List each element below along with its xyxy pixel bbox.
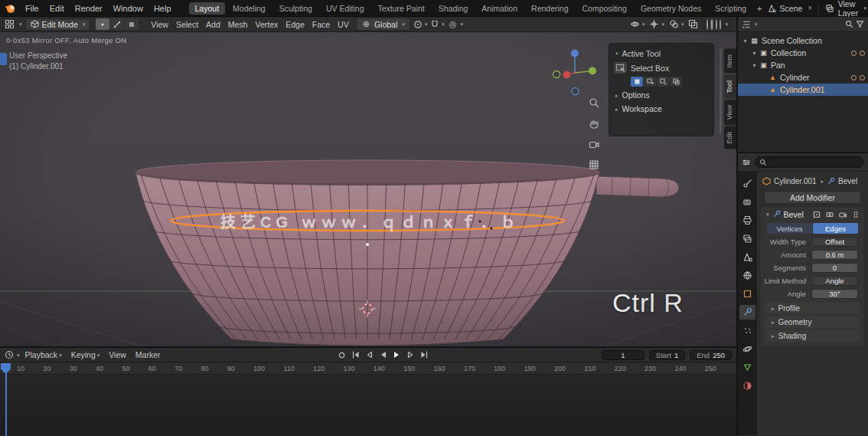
modifier-subpanel[interactable]: ▸ Shading [765, 329, 860, 342]
affect-toggle[interactable]: Edges [813, 223, 858, 234]
auto-key-button[interactable] [335, 349, 348, 360]
shading-rendered-button[interactable] [720, 20, 721, 29]
current-frame-field[interactable]: 1 [602, 350, 644, 360]
workspace-tab[interactable]: Layout [189, 2, 226, 15]
marker-menu[interactable]: Marker [132, 350, 165, 359]
viewport-menu-item[interactable]: Face [308, 20, 334, 29]
outliner-editor-icon[interactable] [742, 20, 751, 29]
modifier-name[interactable]: Bevel [784, 210, 804, 219]
face-select-button[interactable] [125, 18, 139, 30]
viewport-menu-item[interactable]: UV [334, 20, 353, 29]
shading-solid-button[interactable] [710, 19, 713, 30]
tool-panel-section[interactable]: ▸ Workspace [614, 102, 709, 116]
select-extend-button[interactable] [644, 77, 656, 87]
data-tab-icon[interactable] [739, 360, 755, 375]
search-icon[interactable] [845, 20, 853, 28]
properties-search-input[interactable] [755, 156, 863, 168]
end-frame-field[interactable]: End250 [690, 350, 732, 360]
pan-mesh-object[interactable] [135, 160, 599, 346]
chevron-down-icon[interactable]: ▾ [863, 5, 866, 11]
field-value[interactable]: 30° [811, 289, 858, 299]
chevron-down-icon[interactable]: ▾ [766, 211, 769, 217]
shading-material-button[interactable] [716, 20, 717, 29]
particles-tab-icon[interactable] [739, 323, 755, 338]
affect-toggle[interactable]: Vertices [767, 223, 812, 234]
object-tab-icon[interactable] [739, 287, 755, 301]
sidebar-scrollbar[interactable] [720, 48, 722, 133]
pan-handle[interactable] [596, 176, 679, 197]
timeline-track-area[interactable] [0, 375, 736, 435]
modifier-subpanel[interactable]: ▸ Profile [765, 302, 860, 314]
outliner-row[interactable]: ▾ ▣ Collection [738, 47, 868, 59]
jump-start-button[interactable] [349, 349, 361, 360]
orientation-dropdown[interactable]: ⊕ Global ▾ [356, 18, 410, 31]
render-tab-icon[interactable] [739, 195, 755, 209]
modifier-panel-header[interactable]: ▾ Bevel [761, 207, 864, 221]
select-subtract-button[interactable] [657, 77, 669, 87]
modifiers-tab-icon[interactable] [739, 305, 755, 320]
realtime-display-toggle[interactable] [824, 209, 834, 219]
prev-keyframe-button[interactable] [363, 349, 375, 360]
workspace-tab[interactable]: Animation [475, 2, 524, 15]
zoom-button[interactable] [586, 95, 602, 110]
viewport-menu-item[interactable]: Select [172, 20, 202, 29]
gizmos-dropdown[interactable]: ▾ [649, 19, 664, 29]
play-button[interactable] [390, 349, 403, 360]
outliner-row[interactable]: ▲ Cylinder.001 [738, 84, 868, 96]
editor-type-icon[interactable] [5, 19, 15, 29]
edge-select-button[interactable] [110, 18, 124, 30]
workspace-tab[interactable]: Modeling [227, 2, 272, 15]
chevron-down-icon[interactable]: ▾ [755, 21, 758, 27]
visibility-icons[interactable] [851, 51, 865, 56]
filter-icon[interactable] [856, 20, 864, 28]
viewport-menu-item[interactable]: Add [202, 20, 224, 29]
pan-hand-button[interactable] [586, 116, 602, 131]
view-menu[interactable]: View [105, 350, 130, 359]
view-layer-name[interactable]: View Layer [838, 0, 859, 18]
menubar-item[interactable]: Edit [44, 4, 70, 13]
chevron-down-icon[interactable]: ▾ [17, 352, 20, 358]
sidebar-tab[interactable]: View [724, 100, 736, 125]
expand-icon[interactable]: ▾ [750, 50, 759, 57]
toolbar-expand-tab[interactable] [0, 53, 7, 65]
workspace-tab[interactable]: Sculpting [273, 2, 318, 15]
scene-tab-icon[interactable] [739, 250, 755, 264]
workspace-tab[interactable]: Geometry Nodes [635, 2, 707, 15]
xray-toggle[interactable] [688, 19, 698, 29]
snap-magnet-button[interactable]: ▾ [430, 20, 445, 29]
chevron-down-icon[interactable]: ▾ [725, 21, 728, 27]
keying-menu[interactable]: Keying▾ [67, 350, 104, 359]
expand-icon[interactable]: ▾ [750, 62, 759, 69]
field-value[interactable]: Offset [811, 237, 858, 247]
camera-view-button[interactable] [586, 136, 602, 152]
start-frame-field[interactable]: Start1 [649, 350, 685, 360]
overlays-dropdown[interactable]: ▾ [669, 19, 684, 29]
sidebar-tab[interactable]: Tool [724, 75, 736, 99]
outliner-row[interactable]: ▾ ▦ Scene Collection [738, 34, 868, 47]
outliner-row[interactable]: ▲ Cylinder [738, 71, 868, 84]
shading-wireframe-button[interactable] [706, 20, 708, 29]
outliner-row[interactable]: ▾ ▣ Pan [738, 59, 868, 71]
workspace-tab[interactable]: Scripting [709, 2, 752, 15]
vertex-select-button[interactable] [96, 18, 109, 30]
material-tab-icon[interactable] [739, 379, 755, 393]
workspace-tab[interactable]: Rendering [525, 2, 574, 15]
properties-editor-icon[interactable] [742, 158, 751, 167]
menubar-item[interactable]: Help [148, 4, 177, 13]
edit-mode-display-toggle[interactable] [811, 209, 821, 219]
add-workspace-button[interactable]: + [752, 3, 766, 14]
physics-tab-icon[interactable] [739, 342, 755, 356]
ortho-toggle-button[interactable] [586, 157, 602, 172]
output-tab-icon[interactable] [739, 213, 755, 228]
proportional-editing-button[interactable]: ◎ ▾ [448, 19, 463, 29]
tool-tab-icon[interactable] [739, 176, 755, 191]
play-reverse-button[interactable] [377, 349, 389, 360]
playback-menu[interactable]: Playback▾ [21, 350, 66, 359]
menubar-item[interactable]: File [20, 4, 44, 13]
breadcrumb-object[interactable]: Cylinder.001 [774, 177, 817, 185]
tool-row[interactable]: Select Box [614, 61, 709, 75]
unlink-scene-icon[interactable]: × [808, 5, 812, 12]
sidebar-tab[interactable]: Item [724, 49, 736, 74]
tool-panel-section[interactable]: ▸ Options [614, 88, 709, 102]
viewport-menu-item[interactable]: Mesh [224, 20, 252, 29]
